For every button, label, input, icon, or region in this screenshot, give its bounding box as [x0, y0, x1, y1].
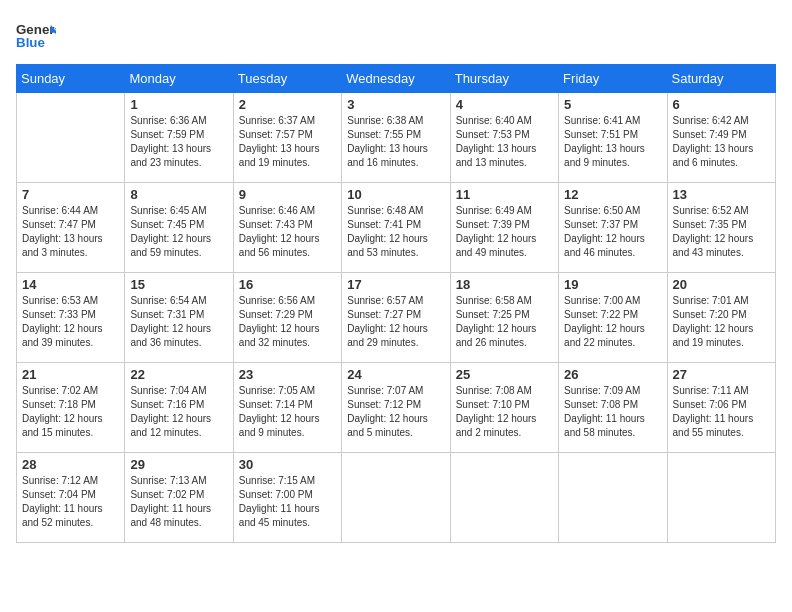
logo: General Blue — [16, 16, 56, 56]
day-info: Sunrise: 6:56 AM Sunset: 7:29 PM Dayligh… — [239, 294, 336, 350]
svg-text:Blue: Blue — [16, 35, 45, 50]
calendar-cell — [667, 453, 775, 543]
day-number: 12 — [564, 187, 661, 202]
weekday-header-row: SundayMondayTuesdayWednesdayThursdayFrid… — [17, 65, 776, 93]
calendar-cell: 7Sunrise: 6:44 AM Sunset: 7:47 PM Daylig… — [17, 183, 125, 273]
day-number: 2 — [239, 97, 336, 112]
week-row-3: 14Sunrise: 6:53 AM Sunset: 7:33 PM Dayli… — [17, 273, 776, 363]
day-info: Sunrise: 6:44 AM Sunset: 7:47 PM Dayligh… — [22, 204, 119, 260]
day-info: Sunrise: 7:04 AM Sunset: 7:16 PM Dayligh… — [130, 384, 227, 440]
calendar-cell — [342, 453, 450, 543]
calendar-cell: 27Sunrise: 7:11 AM Sunset: 7:06 PM Dayli… — [667, 363, 775, 453]
day-number: 22 — [130, 367, 227, 382]
day-info: Sunrise: 6:40 AM Sunset: 7:53 PM Dayligh… — [456, 114, 553, 170]
day-info: Sunrise: 6:38 AM Sunset: 7:55 PM Dayligh… — [347, 114, 444, 170]
day-number: 6 — [673, 97, 770, 112]
day-info: Sunrise: 6:45 AM Sunset: 7:45 PM Dayligh… — [130, 204, 227, 260]
calendar-cell — [17, 93, 125, 183]
day-number: 23 — [239, 367, 336, 382]
calendar-cell: 12Sunrise: 6:50 AM Sunset: 7:37 PM Dayli… — [559, 183, 667, 273]
calendar-cell: 17Sunrise: 6:57 AM Sunset: 7:27 PM Dayli… — [342, 273, 450, 363]
day-number: 8 — [130, 187, 227, 202]
calendar-cell: 24Sunrise: 7:07 AM Sunset: 7:12 PM Dayli… — [342, 363, 450, 453]
day-number: 18 — [456, 277, 553, 292]
day-number: 20 — [673, 277, 770, 292]
calendar-cell: 20Sunrise: 7:01 AM Sunset: 7:20 PM Dayli… — [667, 273, 775, 363]
day-number: 28 — [22, 457, 119, 472]
day-info: Sunrise: 7:00 AM Sunset: 7:22 PM Dayligh… — [564, 294, 661, 350]
day-info: Sunrise: 6:58 AM Sunset: 7:25 PM Dayligh… — [456, 294, 553, 350]
calendar-body: 1Sunrise: 6:36 AM Sunset: 7:59 PM Daylig… — [17, 93, 776, 543]
weekday-sunday: Sunday — [17, 65, 125, 93]
day-number: 5 — [564, 97, 661, 112]
day-info: Sunrise: 6:57 AM Sunset: 7:27 PM Dayligh… — [347, 294, 444, 350]
day-number: 14 — [22, 277, 119, 292]
day-number: 16 — [239, 277, 336, 292]
day-info: Sunrise: 7:02 AM Sunset: 7:18 PM Dayligh… — [22, 384, 119, 440]
day-number: 21 — [22, 367, 119, 382]
day-info: Sunrise: 7:08 AM Sunset: 7:10 PM Dayligh… — [456, 384, 553, 440]
weekday-monday: Monday — [125, 65, 233, 93]
day-info: Sunrise: 6:46 AM Sunset: 7:43 PM Dayligh… — [239, 204, 336, 260]
calendar-cell: 22Sunrise: 7:04 AM Sunset: 7:16 PM Dayli… — [125, 363, 233, 453]
day-number: 15 — [130, 277, 227, 292]
calendar-cell: 28Sunrise: 7:12 AM Sunset: 7:04 PM Dayli… — [17, 453, 125, 543]
day-info: Sunrise: 7:05 AM Sunset: 7:14 PM Dayligh… — [239, 384, 336, 440]
calendar-cell: 13Sunrise: 6:52 AM Sunset: 7:35 PM Dayli… — [667, 183, 775, 273]
day-number: 25 — [456, 367, 553, 382]
day-info: Sunrise: 7:12 AM Sunset: 7:04 PM Dayligh… — [22, 474, 119, 530]
day-number: 9 — [239, 187, 336, 202]
day-info: Sunrise: 6:41 AM Sunset: 7:51 PM Dayligh… — [564, 114, 661, 170]
day-number: 13 — [673, 187, 770, 202]
calendar-cell: 21Sunrise: 7:02 AM Sunset: 7:18 PM Dayli… — [17, 363, 125, 453]
day-info: Sunrise: 6:48 AM Sunset: 7:41 PM Dayligh… — [347, 204, 444, 260]
calendar-cell: 15Sunrise: 6:54 AM Sunset: 7:31 PM Dayli… — [125, 273, 233, 363]
day-number: 19 — [564, 277, 661, 292]
day-info: Sunrise: 7:13 AM Sunset: 7:02 PM Dayligh… — [130, 474, 227, 530]
day-info: Sunrise: 7:07 AM Sunset: 7:12 PM Dayligh… — [347, 384, 444, 440]
week-row-4: 21Sunrise: 7:02 AM Sunset: 7:18 PM Dayli… — [17, 363, 776, 453]
page-header: General Blue — [16, 16, 776, 56]
day-info: Sunrise: 6:49 AM Sunset: 7:39 PM Dayligh… — [456, 204, 553, 260]
day-number: 30 — [239, 457, 336, 472]
calendar-cell: 10Sunrise: 6:48 AM Sunset: 7:41 PM Dayli… — [342, 183, 450, 273]
calendar-cell: 2Sunrise: 6:37 AM Sunset: 7:57 PM Daylig… — [233, 93, 341, 183]
weekday-tuesday: Tuesday — [233, 65, 341, 93]
day-info: Sunrise: 6:36 AM Sunset: 7:59 PM Dayligh… — [130, 114, 227, 170]
weekday-saturday: Saturday — [667, 65, 775, 93]
day-number: 10 — [347, 187, 444, 202]
day-number: 3 — [347, 97, 444, 112]
day-number: 29 — [130, 457, 227, 472]
day-info: Sunrise: 6:42 AM Sunset: 7:49 PM Dayligh… — [673, 114, 770, 170]
day-number: 24 — [347, 367, 444, 382]
day-info: Sunrise: 6:52 AM Sunset: 7:35 PM Dayligh… — [673, 204, 770, 260]
day-info: Sunrise: 6:50 AM Sunset: 7:37 PM Dayligh… — [564, 204, 661, 260]
calendar-cell: 30Sunrise: 7:15 AM Sunset: 7:00 PM Dayli… — [233, 453, 341, 543]
calendar-cell: 4Sunrise: 6:40 AM Sunset: 7:53 PM Daylig… — [450, 93, 558, 183]
day-info: Sunrise: 6:53 AM Sunset: 7:33 PM Dayligh… — [22, 294, 119, 350]
day-number: 4 — [456, 97, 553, 112]
day-info: Sunrise: 7:11 AM Sunset: 7:06 PM Dayligh… — [673, 384, 770, 440]
calendar-cell: 11Sunrise: 6:49 AM Sunset: 7:39 PM Dayli… — [450, 183, 558, 273]
day-number: 7 — [22, 187, 119, 202]
calendar-table: SundayMondayTuesdayWednesdayThursdayFrid… — [16, 64, 776, 543]
day-info: Sunrise: 6:54 AM Sunset: 7:31 PM Dayligh… — [130, 294, 227, 350]
week-row-1: 1Sunrise: 6:36 AM Sunset: 7:59 PM Daylig… — [17, 93, 776, 183]
day-number: 26 — [564, 367, 661, 382]
calendar-cell: 26Sunrise: 7:09 AM Sunset: 7:08 PM Dayli… — [559, 363, 667, 453]
calendar-cell — [450, 453, 558, 543]
day-number: 11 — [456, 187, 553, 202]
week-row-2: 7Sunrise: 6:44 AM Sunset: 7:47 PM Daylig… — [17, 183, 776, 273]
logo-icon: General Blue — [16, 16, 56, 56]
day-info: Sunrise: 6:37 AM Sunset: 7:57 PM Dayligh… — [239, 114, 336, 170]
day-info: Sunrise: 7:09 AM Sunset: 7:08 PM Dayligh… — [564, 384, 661, 440]
calendar-cell: 1Sunrise: 6:36 AM Sunset: 7:59 PM Daylig… — [125, 93, 233, 183]
calendar-cell: 5Sunrise: 6:41 AM Sunset: 7:51 PM Daylig… — [559, 93, 667, 183]
calendar-cell: 19Sunrise: 7:00 AM Sunset: 7:22 PM Dayli… — [559, 273, 667, 363]
calendar-cell: 6Sunrise: 6:42 AM Sunset: 7:49 PM Daylig… — [667, 93, 775, 183]
calendar-cell: 8Sunrise: 6:45 AM Sunset: 7:45 PM Daylig… — [125, 183, 233, 273]
calendar-cell: 18Sunrise: 6:58 AM Sunset: 7:25 PM Dayli… — [450, 273, 558, 363]
weekday-friday: Friday — [559, 65, 667, 93]
weekday-wednesday: Wednesday — [342, 65, 450, 93]
calendar-cell: 9Sunrise: 6:46 AM Sunset: 7:43 PM Daylig… — [233, 183, 341, 273]
